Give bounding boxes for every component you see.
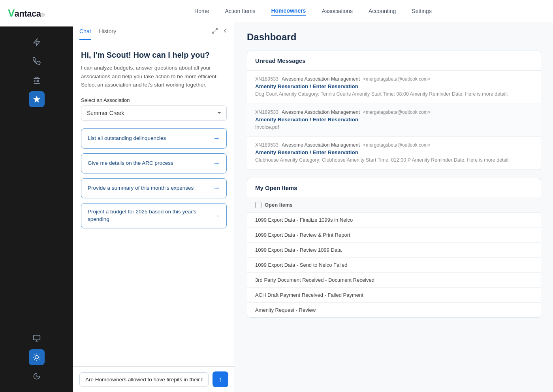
greeting-body: I can analyze budgets, answer questions … xyxy=(81,64,227,89)
nav-homeowners[interactable]: Homeowners xyxy=(271,6,306,16)
svg-line-20 xyxy=(213,31,214,33)
logo: Vantaca® xyxy=(8,7,45,19)
chevron-left-icon[interactable] xyxy=(222,28,228,36)
svg-marker-6 xyxy=(34,77,39,79)
message-preview-1: Invoice.pdf xyxy=(255,124,533,131)
suggestion-buttons: List all outstanding delinquencies → Giv… xyxy=(81,128,227,228)
svg-line-13 xyxy=(34,355,34,355)
top-navigation: Home Action Items Homeowners Association… xyxy=(73,0,553,22)
monitor-icon[interactable] xyxy=(29,330,45,346)
nav-associations[interactable]: Associations xyxy=(322,6,353,16)
message-meta-1: XN189533 Awesome Association Management … xyxy=(255,109,533,115)
message-email-0: <mergetagsbeta@outlook.com> xyxy=(363,76,431,82)
message-sender-2: Awesome Association Management xyxy=(282,142,360,148)
message-subject-2: Amenity Reservation / Enter Reservation xyxy=(255,149,533,155)
arrow-icon-2: → xyxy=(213,183,220,193)
message-item-2[interactable]: XN189533 Awesome Association Management … xyxy=(247,137,541,170)
logo-v-letter: V xyxy=(8,7,15,19)
logo-area: Vantaca® xyxy=(0,0,73,26)
message-email-2: <mergetagsbeta@outlook.com> xyxy=(363,142,431,148)
message-sender-1: Awesome Association Management xyxy=(282,109,360,115)
open-item-6[interactable]: Amenity Request - Review xyxy=(247,303,541,317)
svg-point-10 xyxy=(35,356,38,359)
svg-line-18 xyxy=(39,355,39,355)
btn-budget[interactable]: Project a budget for 2025 based on this … xyxy=(81,203,227,228)
open-item-1[interactable]: 1099 Export Data - Review & Print Report xyxy=(247,228,541,243)
nav-home[interactable]: Home xyxy=(194,6,209,16)
chat-tab-actions xyxy=(212,28,228,36)
send-button[interactable]: ↑ xyxy=(213,371,228,387)
message-preview-0: Dog Court Amenity Category: Tennis Court… xyxy=(255,91,533,98)
message-email-1: <mergetagsbeta@outlook.com> xyxy=(363,109,431,115)
svg-rect-7 xyxy=(33,335,40,340)
message-id-2: XN189533 xyxy=(255,142,278,148)
chat-tabs-bar: Chat History xyxy=(73,22,235,41)
message-meta-0: XN189533 Awesome Association Management … xyxy=(255,76,533,82)
btn-expenses[interactable]: Provide a summary of this month's expens… xyxy=(81,178,227,198)
chat-input-area: ↑ xyxy=(73,366,235,392)
btn-arc-label: Give me details on the ARC process xyxy=(88,160,173,167)
btn-delinquencies-label: List all outstanding delinquencies xyxy=(88,135,166,142)
message-id-1: XN189533 xyxy=(255,109,278,115)
btn-delinquencies[interactable]: List all outstanding delinquencies → xyxy=(81,128,227,149)
chat-tabs-left: Chat History xyxy=(79,23,116,40)
dashboard-title: Dashboard xyxy=(247,32,541,43)
message-subject-1: Amenity Reservation / Enter Reservation xyxy=(255,117,533,122)
checkbox-icon xyxy=(255,202,261,208)
nav-action-items[interactable]: Action Items xyxy=(225,6,255,16)
my-open-items-header: My Open Items xyxy=(247,178,541,198)
message-preview-2: Clubhouse Amenity Category: Clubhouse Am… xyxy=(255,157,533,164)
bank-icon[interactable] xyxy=(29,72,45,88)
content-row: Chat History Hi, I'm Scout! How can I he… xyxy=(73,22,553,392)
nav-accounting[interactable]: Accounting xyxy=(369,6,396,16)
dashboard-panel: Dashboard Unread Messages XN189533 Aweso… xyxy=(235,22,553,392)
message-item-0[interactable]: XN189533 Awesome Association Management … xyxy=(247,71,541,104)
scout-greeting: Hi, I'm Scout! How can I help you? I can… xyxy=(81,51,227,89)
open-items-column-header: Open Items xyxy=(247,198,541,213)
unread-messages-header: Unread Messages xyxy=(247,51,541,71)
open-item-5[interactable]: ACH Draft Payment Received - Failed Paym… xyxy=(247,288,541,303)
arrow-icon-0: → xyxy=(213,134,220,143)
arrow-icon-1: → xyxy=(213,158,220,168)
tab-history[interactable]: History xyxy=(99,23,117,40)
expand-icon[interactable] xyxy=(212,28,218,36)
logo-brand-text: antaca xyxy=(15,9,41,19)
sidebar-bottom-icons xyxy=(0,330,73,392)
btn-arc[interactable]: Give me details on the ARC process → xyxy=(81,153,227,173)
lightning-icon[interactable] xyxy=(29,34,45,50)
btn-expenses-label: Provide a summary of this month's expens… xyxy=(88,185,194,192)
message-subject-0: Amenity Reservation / Enter Reservation xyxy=(255,83,533,89)
unread-messages-section: Unread Messages XN189533 Awesome Associa… xyxy=(247,51,541,170)
main-content: Home Action Items Homeowners Association… xyxy=(73,0,553,392)
open-item-2[interactable]: 1099 Export Data - Review 1099 Data xyxy=(247,243,541,258)
select-label: Select an Association xyxy=(81,97,227,103)
open-item-4[interactable]: 3rd Party Document Received - Document R… xyxy=(247,273,541,288)
arrow-icon-3: → xyxy=(213,211,220,221)
moon-icon[interactable] xyxy=(29,368,45,384)
tab-chat[interactable]: Chat xyxy=(79,23,91,40)
association-dropdown[interactable]: Summer Creek Oak Valley Pine Ridge xyxy=(81,106,227,121)
message-sender-0: Awesome Association Management xyxy=(282,76,360,82)
chat-input[interactable] xyxy=(79,372,209,387)
sparkle-icon[interactable] xyxy=(29,91,45,107)
open-item-0[interactable]: 1099 Export Data - Finalize 1099s in Nel… xyxy=(247,213,541,228)
open-item-3[interactable]: 1099 Export Data - Send to Nelco Failed xyxy=(247,258,541,273)
left-sidebar: Vantaca® xyxy=(0,0,73,392)
btn-budget-label: Project a budget for 2025 based on this … xyxy=(88,208,209,223)
phone-icon[interactable] xyxy=(29,53,45,69)
message-item-1[interactable]: XN189533 Awesome Association Management … xyxy=(247,104,541,137)
my-open-items-section: My Open Items Open Items 1099 Export Dat… xyxy=(247,178,541,318)
message-id-0: XN189533 xyxy=(255,76,278,82)
greeting-title: Hi, I'm Scout! How can I help you? xyxy=(81,51,227,60)
svg-line-19 xyxy=(215,28,217,30)
message-meta-2: XN189533 Awesome Association Management … xyxy=(255,142,533,148)
send-icon: ↑ xyxy=(219,375,222,384)
nav-settings[interactable]: Settings xyxy=(412,6,432,16)
chat-panel: Chat History Hi, I'm Scout! How can I he… xyxy=(73,22,235,392)
svg-marker-0 xyxy=(34,39,40,46)
chat-body: Hi, I'm Scout! How can I help you? I can… xyxy=(73,41,235,366)
svg-line-17 xyxy=(34,359,34,360)
sun-icon[interactable] xyxy=(29,349,45,365)
association-select-area: Select an Association Summer Creek Oak V… xyxy=(81,97,227,121)
sidebar-icon-list xyxy=(0,26,73,107)
